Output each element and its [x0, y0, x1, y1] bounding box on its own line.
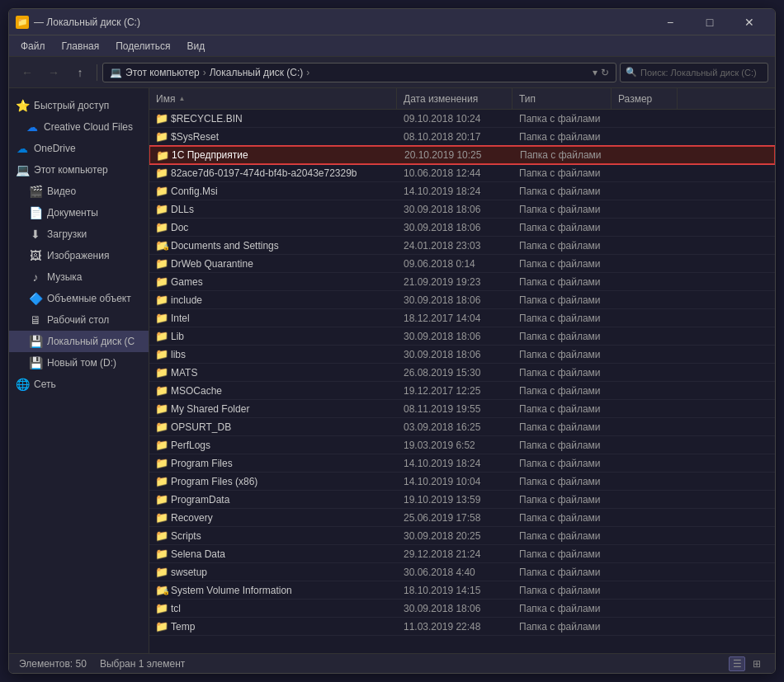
file-name: 📁 OPSURT_DB	[149, 421, 397, 433]
menu-home[interactable]: Главная	[54, 37, 108, 55]
close-button[interactable]: ✕	[730, 9, 768, 35]
file-name: 📁 DLLs	[149, 204, 397, 215]
sidebar-item-docs[interactable]: 📄 Документы	[9, 202, 149, 223]
file-name: 📁 My Shared Folder	[149, 403, 397, 415]
address-bar[interactable]: 💻 Этот компьютер › Локальный диск (C:) ›…	[102, 63, 616, 82]
sidebar-item-downloads[interactable]: ⬇ Загрузки	[9, 223, 149, 245]
sidebar-item-local-c[interactable]: 💾 Локальный диск (C	[9, 331, 149, 352]
file-date: 25.06.2019 17:58	[397, 512, 512, 524]
sidebar-item-images[interactable]: 🖼 Изображения	[9, 245, 149, 266]
table-row[interactable]: 📁 Config.Msi 14.10.2019 18:24 Папка с фа…	[149, 182, 775, 200]
search-placeholder: Поиск: Локальный диск (C:)	[640, 68, 757, 78]
folder-icon: 📁	[156, 204, 168, 215]
back-button[interactable]: ←	[16, 61, 39, 84]
file-type: Папка с файлами	[512, 548, 612, 560]
file-date: 30.09.2018 18:06	[397, 349, 512, 360]
table-row[interactable]: 📁🔒 System Volume Information 18.10.2019 …	[149, 581, 775, 600]
table-row[interactable]: 📁 Scripts 30.09.2018 20:25 Папка с файла…	[149, 527, 775, 545]
file-type: Папка с файлами	[512, 167, 612, 179]
table-row[interactable]: 📁 Recovery 25.06.2019 17:58 Папка с файл…	[149, 509, 775, 527]
file-name: 📁 Intel	[149, 313, 397, 324]
table-row[interactable]: 📁 1С Предприятие 20.10.2019 10:25 Папка …	[149, 146, 775, 164]
sidebar-item-thispc[interactable]: 💻 Этот компьютер	[9, 159, 149, 181]
table-row[interactable]: 📁 OPSURT_DB 03.09.2018 16:25 Папка с фай…	[149, 418, 775, 436]
folder-icon: 📁	[156, 222, 168, 233]
table-row[interactable]: 📁 $SysReset 08.10.2018 20:17 Папка с фай…	[149, 128, 775, 146]
quickaccess-icon: ⭐	[16, 99, 29, 112]
table-row[interactable]: 📁 $RECYCLE.BIN 09.10.2018 10:24 Папка с …	[149, 110, 775, 128]
folder-icon: 📁	[156, 331, 168, 342]
sidebar-item-creative-cloud[interactable]: ☁ Creative Cloud Files	[9, 116, 149, 138]
table-row[interactable]: 📁 MATS 26.08.2019 15:30 Папка с файлами	[149, 364, 775, 382]
table-row[interactable]: 📁 Intel 18.12.2017 14:04 Папка с файлами	[149, 309, 775, 327]
table-row[interactable]: 📁 ProgramData 19.10.2019 13:59 Папка с ф…	[149, 491, 775, 509]
maximize-button[interactable]: □	[691, 9, 729, 35]
table-row[interactable]: 📁 Temp 11.03.2019 22:48 Папка с файлами	[149, 618, 775, 636]
table-row[interactable]: 📁 tcl 30.09.2018 18:06 Папка с файлами	[149, 600, 775, 618]
table-row[interactable]: 📁 My Shared Folder 08.11.2019 19:55 Папк…	[149, 400, 775, 418]
file-type: Папка с файлами	[512, 385, 612, 397]
view-details-button[interactable]: ⊞	[749, 656, 765, 671]
file-name: 📁 MSOCache	[149, 385, 397, 397]
table-row[interactable]: 📁 libs 30.09.2018 18:06 Папка с файлами	[149, 346, 775, 364]
view-list-button[interactable]: ☰	[729, 656, 745, 671]
table-row[interactable]: 📁 DrWeb Quarantine 09.06.2018 0:14 Папка…	[149, 255, 775, 273]
table-row[interactable]: 📁🔒 Documents and Settings 24.01.2018 23:…	[149, 237, 775, 255]
table-row[interactable]: 📁 include 30.09.2018 18:06 Папка с файла…	[149, 291, 775, 309]
up-button[interactable]: ↑	[68, 61, 92, 84]
forward-button[interactable]: →	[42, 61, 65, 84]
table-row[interactable]: 📁 swsetup 30.06.2018 4:40 Папка с файлам…	[149, 563, 775, 581]
file-type: Папка с файлами	[512, 294, 612, 306]
file-date: 30.09.2018 18:06	[397, 204, 512, 215]
file-type: Папка с файлами	[512, 530, 612, 542]
file-name: 📁 swsetup	[149, 567, 397, 578]
file-name: 📁 Lib	[149, 331, 397, 342]
menu-file[interactable]: Файл	[12, 37, 54, 55]
breadcrumb-dropdown[interactable]: ▾	[593, 67, 597, 78]
table-row[interactable]: 📁 82ace7d6-0197-474d-bf4b-a2043e72329b 1…	[149, 164, 775, 182]
sidebar-item-onedrive[interactable]: ☁ OneDrive	[9, 138, 149, 159]
table-row[interactable]: 📁 MSOCache 19.12.2017 12:25 Папка с файл…	[149, 382, 775, 400]
view-buttons: ☰ ⊞	[729, 656, 765, 671]
sidebar-item-network[interactable]: 🌐 Сеть	[9, 374, 149, 395]
table-row[interactable]: 📁 PerfLogs 19.03.2019 6:52 Папка с файла…	[149, 436, 775, 454]
table-row[interactable]: 📁 Program Files 14.10.2019 18:24 Папка с…	[149, 454, 775, 473]
minimize-button[interactable]: −	[651, 9, 689, 35]
sidebar-item-video[interactable]: 🎬 Видео	[9, 181, 149, 202]
file-type: Папка с файлами	[512, 276, 612, 288]
file-date: 26.08.2019 15:30	[397, 367, 512, 379]
table-row[interactable]: 📁 Games 21.09.2019 19:23 Папка с файлами	[149, 273, 775, 291]
refresh-icon[interactable]: ↻	[601, 67, 609, 78]
col-header-date[interactable]: Дата изменения	[397, 88, 512, 109]
table-row[interactable]: 📁 Program Files (x86) 14.10.2019 10:04 П…	[149, 473, 775, 491]
file-type: Папка с файлами	[512, 240, 612, 252]
table-row[interactable]: 📁 DLLs 30.09.2018 18:06 Папка с файлами	[149, 200, 775, 219]
sidebar-item-new-volume[interactable]: 💾 Новый том (D:)	[9, 352, 149, 374]
sidebar-item-3d[interactable]: 🔷 Объемные объект	[9, 288, 149, 309]
breadcrumb-drive[interactable]: Локальный диск (C:)	[210, 67, 304, 78]
sidebar-item-music[interactable]: ♪ Музыка	[9, 266, 149, 288]
docs-icon: 📄	[29, 206, 42, 219]
menu-view[interactable]: Вид	[178, 37, 213, 55]
menu-share[interactable]: Поделиться	[107, 37, 178, 55]
creative-cloud-icon: ☁	[26, 120, 39, 134]
file-date: 14.10.2019 18:24	[397, 186, 512, 197]
file-date: 08.11.2019 19:55	[397, 403, 512, 415]
content-area: ⭐ Быстрый доступ ☁ Creative Cloud Files …	[9, 88, 775, 653]
table-row[interactable]: 📁 Selena Data 29.12.2018 21:24 Папка с ф…	[149, 545, 775, 563]
table-row[interactable]: 📁 Doc 30.09.2018 18:06 Папка с файлами	[149, 219, 775, 237]
folder-icon: 📁	[156, 512, 168, 524]
sidebar-item-desktop[interactable]: 🖥 Рабочий стол	[9, 309, 149, 331]
local-c-icon: 💾	[29, 335, 42, 348]
file-name: 📁 libs	[149, 349, 397, 360]
sidebar-label-desktop: Рабочий стол	[47, 314, 109, 326]
col-header-type[interactable]: Тип	[512, 88, 612, 109]
search-bar[interactable]: 🔍 Поиск: Локальный диск (C:)	[620, 63, 768, 82]
sidebar-item-quickaccess[interactable]: ⭐ Быстрый доступ	[9, 95, 149, 116]
table-row[interactable]: 📁 Lib 30.09.2018 18:06 Папка с файлами	[149, 327, 775, 346]
col-header-name[interactable]: Имя ▲	[149, 88, 397, 109]
file-type: Папка с файлами	[512, 313, 612, 324]
breadcrumb-computer[interactable]: Этот компьютер	[125, 67, 200, 78]
file-date: 10.06.2018 12:44	[397, 167, 512, 179]
col-header-size[interactable]: Размер	[612, 88, 678, 109]
